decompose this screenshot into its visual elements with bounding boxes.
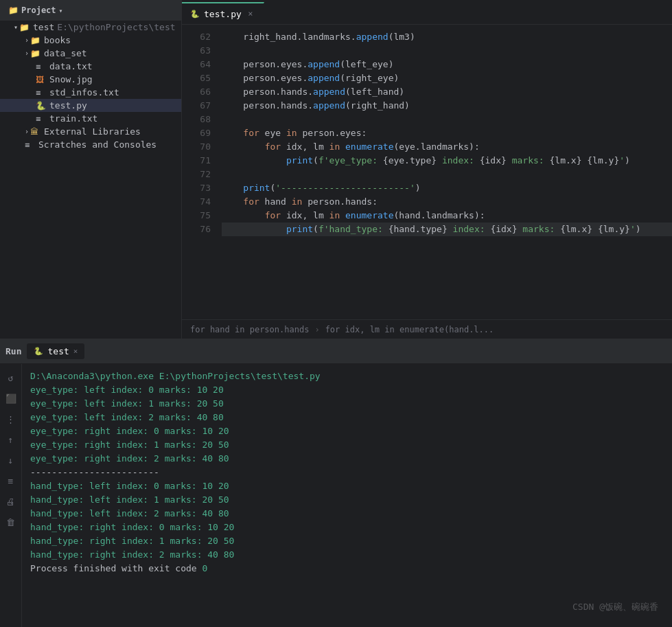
print-button[interactable]: 🖨 (3, 493, 19, 510)
output-line: hand_type: right index: 2 marks: 40 80 (30, 548, 664, 562)
output-line: eye_type: left index: 0 marks: 10 20 (30, 383, 664, 397)
sidebar-item-books[interactable]: › 📁 books (0, 34, 181, 47)
project-header[interactable]: 📁 Project ▾ (0, 0, 181, 21)
output-line: eye_type: right index: 0 marks: 10 20 (30, 424, 664, 438)
code-line: person.eyes.append(right_eye) (222, 71, 672, 85)
watermark: CSDN @饭碗、碗碗香 (572, 601, 658, 613)
file-icon: ≡ (36, 114, 47, 124)
code-content[interactable]: right_hand.landmarks.append(lm3) person.… (216, 25, 672, 319)
editor-area: 🐍 test.py × 62 63 64 65 66 67 68 69 70 (182, 0, 672, 339)
item-label: data.txt (49, 61, 93, 71)
run-tab-bar: Run 🐍 test × (0, 339, 672, 364)
file-icon: ≡ (36, 62, 47, 71)
chevron-down-icon: ▾ (59, 7, 63, 14)
item-label: std_infos.txt (49, 87, 119, 98)
output-line: hand_type: left index: 2 marks: 40 80 (30, 507, 664, 521)
wrap-button[interactable]: ≡ (3, 472, 19, 489)
clear-button[interactable]: 🗑 (3, 514, 19, 530)
output-line: hand_type: left index: 1 marks: 20 50 (30, 493, 664, 507)
item-label: Snow.jpg (49, 74, 93, 84)
python-icon: 🐍 (190, 10, 200, 19)
code-line: person.eyes.append(left_eye) (222, 58, 672, 71)
run-output[interactable]: D:\Anaconda3\python.exe E:\pythonProject… (22, 364, 672, 627)
run-tab-test[interactable]: 🐍 test × (27, 343, 84, 359)
output-command: D:\Anaconda3\python.exe E:\pythonProject… (30, 369, 664, 383)
code-line: print('------------------------') (222, 181, 672, 195)
code-line (222, 44, 672, 58)
lib-icon: 🏛 (30, 127, 41, 137)
code-line (222, 113, 672, 126)
tab-label: test.py (204, 9, 242, 19)
sidebar-item-extlibs[interactable]: › 🏛 External Libraries (0, 125, 181, 138)
code-line: for hand in person.hands: (222, 195, 672, 209)
sidebar-item-snowjpg[interactable]: 🖼 Snow.jpg (0, 73, 181, 86)
sidebar-item-traintxt[interactable]: ≡ train.txt (0, 112, 181, 125)
item-label: train.txt (49, 113, 97, 124)
run-panel: Run 🐍 test × ↺ ⬛ ⋮ ↑ ↓ ≡ 🖨 🗑 D:\Ana (0, 339, 672, 627)
stop-button[interactable]: ⬛ (3, 390, 19, 407)
output-line: eye_type: left index: 1 marks: 20 50 (30, 397, 664, 411)
code-line: for idx, lm in enumerate(hand.landmarks)… (222, 209, 672, 223)
folder-icon: 📁 (30, 49, 41, 58)
code-line: person.hands.append(right_hand) (222, 99, 672, 113)
folder-icon: 📁 (8, 5, 19, 15)
tab-close-button[interactable]: × (246, 9, 255, 19)
sidebar-item-datatxt[interactable]: ≡ data.txt (0, 60, 181, 73)
scroll-up-button[interactable]: ↑ (3, 431, 19, 448)
item-label: data_set (44, 48, 87, 58)
sidebar: 📁 Project ▾ ▾ 📁 test E:\pythonProjects\t… (0, 0, 182, 339)
rerun-button[interactable]: ↺ (3, 369, 19, 386)
tab-bar: 🐍 test.py × (182, 0, 672, 25)
chevron-icon: ▾ (14, 23, 18, 31)
folder-icon: 📁 (30, 36, 41, 45)
item-label: books (44, 35, 71, 45)
file-icon: 🖼 (36, 75, 47, 84)
python-icon: 🐍 (34, 347, 43, 356)
output-line: hand_type: right index: 0 marks: 10 20 (30, 521, 664, 534)
chevron-icon: › (25, 36, 29, 44)
sidebar-item-test[interactable]: ▾ 📁 test E:\pythonProjects\test (0, 21, 181, 34)
chevron-icon: › (25, 128, 29, 135)
code-line: for idx, lm in enumerate(eye.landmarks): (222, 140, 672, 154)
line-numbers: 62 63 64 65 66 67 68 69 70 71 72 73 74 7… (182, 25, 216, 319)
output-line: hand_type: right index: 1 marks: 20 50 (30, 534, 664, 548)
item-label: test.py (49, 100, 87, 111)
run-toolbar: ↺ ⬛ ⋮ ↑ ↓ ≡ 🖨 🗑 (0, 364, 22, 627)
breadcrumb: for hand in person.hands › for idx, lm i… (182, 319, 672, 339)
tab-testpy[interactable]: 🐍 test.py × (182, 2, 264, 24)
folder-icon: 📁 (19, 23, 30, 32)
sidebar-item-testpy[interactable]: 🐍 test.py (0, 99, 181, 112)
item-label: test (33, 22, 54, 32)
breadcrumb-sep: › (314, 325, 319, 334)
sidebar-item-dataset[interactable]: › 📁 data_set (0, 47, 181, 60)
output-line: hand_type: left index: 0 marks: 10 20 (30, 479, 664, 493)
code-editor[interactable]: 62 63 64 65 66 67 68 69 70 71 72 73 74 7… (182, 25, 672, 319)
output-separator: ------------------------ (30, 466, 664, 479)
chevron-icon: › (25, 49, 29, 57)
item-label: Scratches and Consoles (38, 139, 157, 150)
code-line (222, 168, 672, 181)
item-path: E:\pythonProjects\test (57, 22, 175, 32)
run-content: ↺ ⬛ ⋮ ↑ ↓ ≡ 🖨 🗑 D:\Anaconda3\python.exe … (0, 364, 672, 627)
scratches-icon: ≡ (25, 140, 36, 150)
sidebar-item-stdtxt[interactable]: ≡ std_infos.txt (0, 86, 181, 99)
output-process: Process finished with exit code 0 (30, 562, 664, 575)
sidebar-item-scratches[interactable]: ≡ Scratches and Consoles (0, 138, 181, 151)
breadcrumb-item-1[interactable]: for hand in person.hands (190, 325, 309, 334)
scroll-down-button[interactable]: ↓ (3, 452, 19, 468)
run-tab-close[interactable]: × (73, 347, 78, 356)
breadcrumb-item-2[interactable]: for idx, lm in enumerate(hand.l... (325, 325, 494, 334)
output-line: eye_type: right index: 1 marks: 20 50 (30, 438, 664, 452)
item-label: External Libraries (44, 126, 141, 137)
code-line: for eye in person.eyes: (222, 126, 672, 140)
project-label: Project (21, 5, 56, 15)
run-label: Run (5, 346, 21, 356)
more-button[interactable]: ⋮ (3, 411, 19, 427)
code-line: person.hands.append(left_hand) (222, 85, 672, 99)
output-line: eye_type: left index: 2 marks: 40 80 (30, 411, 664, 424)
code-line-current: print(f'hand_type: {hand.type} index: {i… (222, 223, 672, 236)
code-line: right_hand.landmarks.append(lm3) (222, 30, 672, 44)
output-line: eye_type: right index: 2 marks: 40 80 (30, 452, 664, 466)
python-file-icon: 🐍 (36, 101, 47, 111)
run-tab-name: test (47, 346, 69, 356)
